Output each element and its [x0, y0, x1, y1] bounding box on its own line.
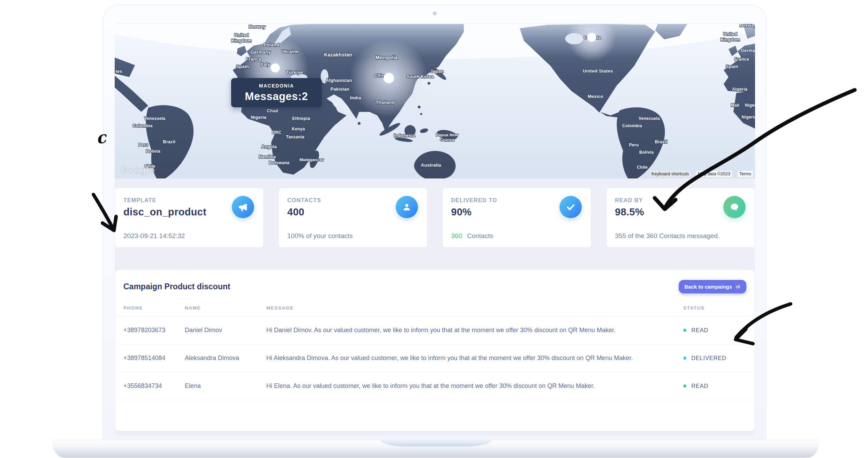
page: tesNorwayUnitedKingdomPolandGermanyUkrai… [0, 0, 868, 458]
country-label: Brazil [655, 139, 668, 144]
stat-card-contacts: CONTACTS 400 100% of your contacts [279, 188, 427, 247]
cell-message: Hi Aleksandra Dimova. As our valued cust… [266, 344, 683, 372]
laptop-notch [380, 440, 491, 446]
cell-phone: +38978514084 [115, 344, 185, 372]
column-header-message: MESSAGE [266, 300, 683, 316]
campaign-title: Campaign Product discount [123, 282, 230, 291]
stat-subtext: 2023-09-21 14:52:32 [123, 232, 185, 240]
country-label: Germany [250, 49, 271, 55]
country-label: Pakistan [330, 87, 349, 92]
country-label: Germany [741, 48, 755, 53]
cell-message: Hi Elena. As our valued customer, we lik… [266, 372, 683, 400]
table-row: +38978203673Daniel DimovHi Daniel Dimov.… [115, 316, 755, 344]
country-label: Chile [637, 165, 648, 170]
country-label: Colombia [133, 123, 153, 128]
country-label: Madagascar [299, 158, 324, 162]
country-label: Angola [261, 144, 277, 149]
country-label: Niger [745, 103, 755, 108]
country-label: Ethiopia [292, 116, 310, 121]
column-header-name: NAME [185, 300, 266, 316]
back-button-label: Back to campaings [684, 284, 732, 290]
country-label: Nigeria [251, 115, 266, 120]
status-badge: DELIVERED [691, 355, 726, 361]
keyboard-shortcuts-link[interactable]: Keyboard shortcuts [650, 171, 691, 177]
country-label: Venezuela [639, 116, 660, 121]
status-dot-icon [683, 357, 686, 360]
country-label: Kingdom [231, 38, 251, 43]
tooltip-messages: Messages:2 [245, 90, 308, 103]
country-label: Türkiye [286, 70, 303, 75]
laptop-base [52, 440, 819, 458]
stat-card-read: READ BY 98.5% 355 of the 360 Contacts me… [607, 188, 755, 247]
terms-link[interactable]: Terms [738, 171, 753, 177]
delivered-unit: Contacts [467, 232, 493, 239]
country-label: Japan [430, 69, 444, 74]
megaphone-icon [232, 196, 254, 218]
delivered-count: 360 [451, 232, 462, 239]
country-label: Bolivia [146, 149, 160, 154]
country-label: Indonesia [394, 133, 416, 138]
laptop-frame: tesNorwayUnitedKingdomPolandGermanyUkrai… [102, 5, 767, 440]
map-marker[interactable] [271, 63, 280, 72]
country-label: Spain [726, 64, 738, 69]
country-label: Botswana [269, 160, 289, 165]
check-icon [559, 196, 582, 218]
country-label: France [734, 57, 749, 62]
campaign-card: Campaign Product discount Back to campai… [115, 270, 755, 431]
back-to-campaigns-button[interactable]: Back to campaings [679, 280, 746, 293]
country-label: Mongolia [375, 55, 398, 60]
country-label: Colombia [622, 123, 642, 128]
map-data-label: Map data ©2023 [696, 171, 732, 177]
country-label: Thailand [376, 100, 395, 105]
country-label: tes [115, 69, 122, 74]
country-label: Algeria [732, 87, 748, 92]
country-label: South Korea [407, 74, 434, 79]
country-label: United [234, 32, 249, 38]
country-label: Ukraine [281, 49, 299, 54]
column-header-status: STATUS [683, 300, 755, 316]
country-label: Tanzania [286, 135, 304, 139]
stats-row: TEMPLATE disc_on_product 2023-09-21 14:5… [115, 188, 755, 247]
map-marker[interactable] [587, 33, 596, 42]
country-label: Afghanistan [326, 78, 352, 83]
country-label: France [246, 56, 261, 62]
table-row: +3556834734ElenaHi Elena. As our valued … [115, 372, 755, 400]
country-label: United States [583, 68, 613, 74]
map-marker[interactable] [383, 73, 394, 83]
country-label: Papua New [436, 133, 458, 137]
country-label: Venezuela [144, 116, 166, 121]
cell-status: DELIVERED [683, 344, 755, 372]
country-label: DRC [272, 130, 281, 135]
status-dot-icon [683, 329, 686, 332]
stat-card-template: TEMPLATE disc_on_product 2023-09-21 14:5… [115, 188, 263, 247]
stat-subtext: 355 of the 360 Contacts messaged. [615, 232, 719, 240]
cell-name: Daniel Dimov [185, 316, 266, 344]
world-map[interactable]: tesNorwayUnitedKingdomPolandGermanyUkrai… [115, 24, 755, 178]
country-label: Peru [629, 143, 639, 147]
country-label: Norway [740, 24, 755, 28]
country-label: Norway [249, 24, 266, 29]
country-label: Brazil [163, 139, 175, 144]
status-dot-icon [683, 384, 686, 388]
country-label: Namibia [259, 154, 276, 159]
status-badge: READ [691, 383, 708, 389]
dashboard-screen: tesNorwayUnitedKingdomPolandGermanyUkrai… [115, 23, 755, 436]
cell-name: Elena [185, 372, 266, 400]
stat-card-delivered: DELIVERED TO 90% 360Contacts [443, 188, 591, 247]
country-label: Spain [236, 64, 249, 69]
messages-table: PHONENAMEMESSAGESTATUS +38978203673Danie… [115, 300, 755, 400]
map-tooltip: MACEDONIA Messages:2 [231, 78, 322, 107]
country-label: Kenya [292, 127, 305, 131]
cell-status: READ [683, 316, 755, 344]
cell-phone: +38978203673 [115, 316, 185, 344]
google-logo: Google [120, 165, 155, 176]
country-label: Kingdom [721, 37, 740, 42]
country-label: Mexico [588, 94, 603, 99]
world-map-svg: tesNorwayUnitedKingdomPolandGermanyUkrai… [115, 24, 755, 178]
stat-subtext: 100% of your contacts [287, 232, 353, 240]
country-label: Chad [267, 108, 278, 113]
country-label: Peru [138, 143, 148, 147]
country-label: Guinea [440, 138, 454, 142]
country-label: Kazakhstan [324, 52, 352, 58]
webcam-dot [433, 12, 436, 15]
